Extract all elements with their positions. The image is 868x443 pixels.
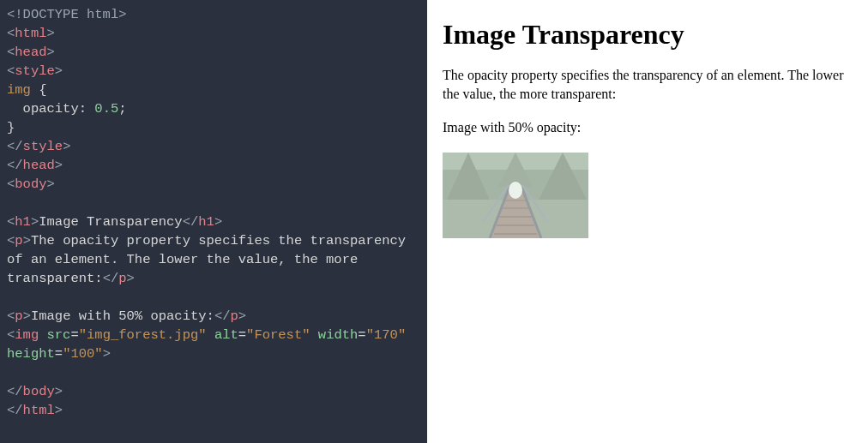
code-token: </	[183, 214, 199, 230]
code-token: >	[31, 214, 39, 230]
code-token: img	[7, 82, 31, 98]
code-token: >	[47, 177, 55, 192]
code-token: "Forest"	[246, 327, 310, 343]
code-token: >	[55, 403, 63, 418]
code-token: 0.5	[94, 101, 118, 117]
preview-caption: Image with 50% opacity:	[443, 118, 853, 137]
code-token: <	[7, 177, 15, 192]
code-token: html	[23, 403, 55, 418]
code-token: </	[7, 384, 23, 399]
code-token: style	[23, 139, 63, 154]
code-token: "img_forest.jpg"	[79, 327, 207, 343]
code-token: :	[79, 101, 95, 117]
code-token: =	[70, 327, 78, 343]
code-token: img	[15, 327, 39, 343]
code-token: >	[103, 346, 111, 362]
svg-point-16	[509, 182, 522, 199]
code-token: <	[7, 45, 15, 60]
code-editor[interactable]: <!DOCTYPE html> <html> <head> <style> im…	[0, 0, 427, 443]
code-token: =	[238, 327, 246, 343]
preview-paragraph: The opacity property specifies the trans…	[443, 66, 853, 103]
code-token: }	[7, 120, 15, 135]
code-token: "170"	[366, 327, 407, 343]
code-token: <	[7, 26, 15, 41]
code-token: h1	[198, 214, 214, 230]
code-token: <	[7, 214, 15, 230]
code-token: opacity	[7, 101, 79, 117]
code-token: =	[358, 327, 365, 343]
code-token: >	[23, 233, 31, 248]
code-token: >	[63, 139, 70, 154]
code-token: </	[7, 139, 23, 154]
code-token: html	[15, 26, 46, 41]
code-token: >	[127, 271, 135, 286]
code-token: </	[214, 308, 231, 324]
code-token: >	[55, 63, 63, 79]
code-token: <	[7, 233, 15, 248]
preview-heading: Image Transparency	[443, 19, 853, 51]
code-token: alt	[207, 327, 238, 343]
code-token: =	[55, 346, 63, 362]
code-token: p	[15, 308, 22, 324]
code-token: >	[47, 45, 55, 60]
code-token: </	[7, 158, 23, 173]
code-token: width	[318, 327, 359, 343]
code-token: h1	[15, 214, 31, 230]
code-token: body	[15, 177, 46, 192]
code-token: >	[23, 308, 31, 324]
code-token: <	[7, 308, 15, 324]
code-token: </	[7, 403, 23, 418]
code-token: src	[39, 327, 70, 343]
code-token: {	[31, 82, 47, 98]
code-token: head	[23, 158, 55, 173]
code-token: <	[7, 327, 15, 343]
code-token: >	[238, 308, 246, 324]
code-token: "100"	[63, 346, 103, 362]
code-token: p	[15, 233, 22, 248]
forest-image	[443, 153, 588, 238]
code-token: p	[118, 271, 126, 286]
code-token: >	[214, 214, 222, 230]
code-token: Image with 50% opacity:	[31, 308, 214, 324]
code-line: <!DOCTYPE html>	[7, 7, 127, 22]
code-token: >	[55, 384, 63, 399]
preview-panel: Image Transparency The opacity property …	[427, 0, 868, 443]
code-token: body	[23, 384, 55, 399]
code-token: >	[47, 26, 55, 41]
code-token: ;	[118, 101, 126, 117]
code-token: p	[230, 308, 238, 324]
code-token: Image Transparency	[39, 214, 182, 230]
code-token: <	[7, 63, 15, 79]
code-token: head	[15, 45, 46, 60]
code-token: </	[103, 271, 119, 286]
code-token: style	[15, 63, 55, 79]
code-token: >	[55, 158, 63, 173]
code-token: The opacity property specifies the trans…	[7, 233, 413, 286]
